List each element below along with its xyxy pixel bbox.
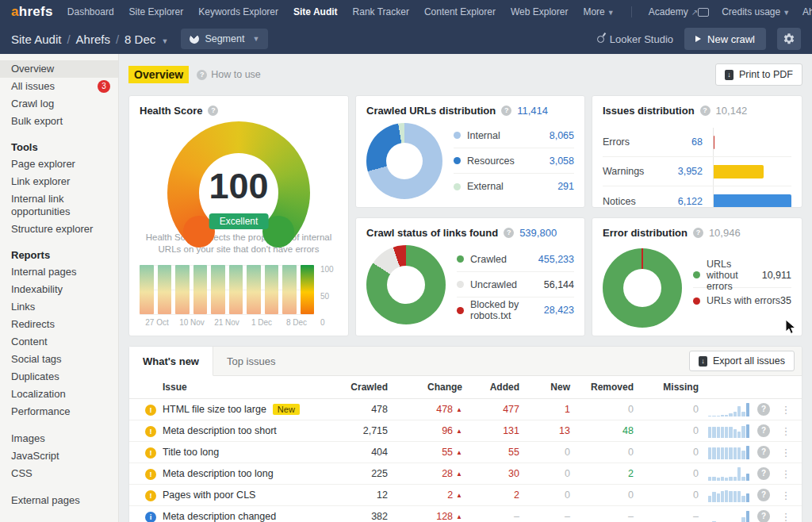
- notices-count[interactable]: 6,122: [661, 196, 703, 207]
- issue-link[interactable]: HTML file size too large: [163, 404, 266, 415]
- sidebar-item-redirects[interactable]: Redirects: [0, 316, 118, 333]
- sidebar-item-overview[interactable]: Overview: [0, 60, 118, 78]
- legend-value[interactable]: 455,233: [538, 254, 574, 265]
- breadcrumb-site-audit[interactable]: Site Audit: [11, 33, 61, 46]
- help-icon[interactable]: ?: [693, 228, 703, 238]
- row-menu-icon[interactable]: ⋮: [776, 425, 795, 437]
- sidebar-item-link-explorer[interactable]: Link explorer: [0, 173, 118, 190]
- help-icon[interactable]: ?: [757, 403, 770, 416]
- sidebar-item-duplicates[interactable]: Duplicates: [0, 368, 118, 386]
- segment-button[interactable]: Segment ▼: [181, 29, 268, 49]
- sidebar-item-external-pages[interactable]: External pages: [0, 492, 118, 509]
- nav-site-audit[interactable]: Site Audit: [293, 6, 338, 17]
- sidebar-item-indexability[interactable]: Indexability: [0, 281, 118, 298]
- print-to-pdf-button[interactable]: Print to PDF: [715, 63, 802, 86]
- sidebar-item-performance[interactable]: Performance: [0, 403, 118, 420]
- notices-bar[interactable]: [714, 194, 791, 208]
- sidebar-item-content[interactable]: Content: [0, 333, 118, 351]
- errors-bar[interactable]: [714, 136, 714, 149]
- settings-button[interactable]: [777, 28, 801, 50]
- nav-site-explorer[interactable]: Site Explorer: [129, 6, 184, 17]
- sidebar-item-links[interactable]: Links: [0, 298, 118, 316]
- col-missing[interactable]: Missing: [634, 382, 699, 393]
- sidebar-item-javascript[interactable]: JavaScript: [0, 447, 118, 465]
- col-issue[interactable]: Issue: [163, 382, 324, 393]
- row-menu-icon[interactable]: ⋮: [776, 511, 795, 522]
- crawl-date-selector[interactable]: 8 Dec ▼: [124, 33, 168, 46]
- issue-link[interactable]: Meta description changed: [163, 511, 276, 522]
- legend-dot: [454, 157, 461, 164]
- issue-link[interactable]: Title too long: [163, 447, 219, 458]
- nav-keywords-explorer[interactable]: Keywords Explorer: [198, 6, 278, 17]
- nav-more[interactable]: More▼: [583, 6, 614, 17]
- row-menu-icon[interactable]: ⋮: [776, 489, 795, 501]
- help-icon[interactable]: ?: [504, 228, 514, 238]
- col-added[interactable]: Added: [462, 382, 519, 393]
- legend-value[interactable]: 3,058: [550, 155, 574, 167]
- display-icon[interactable]: [698, 8, 709, 17]
- errors-count[interactable]: 68: [661, 136, 703, 148]
- issue-sparkline[interactable]: [708, 424, 749, 438]
- help-icon[interactable]: ?: [757, 489, 770, 501]
- legend-value[interactable]: 8,065: [550, 130, 574, 141]
- help-icon[interactable]: ?: [700, 106, 710, 116]
- issue-sparkline[interactable]: [708, 489, 749, 502]
- credits-usage-menu[interactable]: Credits usage▼: [722, 6, 790, 17]
- export-all-issues-button[interactable]: Export all issues: [689, 351, 795, 371]
- tab-whats-new[interactable]: What's new: [129, 347, 213, 376]
- sidebar-item-social-tags[interactable]: Social tags: [0, 351, 118, 368]
- issue-sparkline[interactable]: [708, 403, 749, 416]
- account-menu[interactable]: Ahrefs Enterprise▼: [802, 6, 812, 17]
- nav-academy[interactable]: Academy↗: [649, 6, 698, 17]
- help-icon[interactable]: ?: [757, 446, 770, 459]
- health-score-history-chart[interactable]: 27 Oct 10 Nov 21 Nov 1 Dec 8 Dec 100 50 …: [140, 265, 338, 327]
- crawled-urls-total[interactable]: 11,414: [517, 105, 548, 117]
- nav-content-explorer[interactable]: Content Explorer: [424, 6, 496, 17]
- looker-studio-link[interactable]: Looker Studio: [597, 33, 673, 45]
- col-change[interactable]: Change: [388, 382, 462, 393]
- crawled-urls-donut-chart[interactable]: [366, 123, 442, 199]
- issue-link[interactable]: Pages with poor CLS: [163, 489, 255, 501]
- tab-top-issues[interactable]: Top issues: [213, 347, 289, 376]
- col-removed[interactable]: Removed: [570, 382, 634, 393]
- help-icon[interactable]: ?: [757, 467, 770, 480]
- help-icon[interactable]: ?: [208, 106, 218, 116]
- nav-web-explorer[interactable]: Web Explorer: [511, 6, 568, 17]
- help-icon[interactable]: ?: [501, 106, 511, 116]
- warnings-bar[interactable]: [714, 165, 764, 178]
- issue-link[interactable]: Meta description too long: [163, 468, 274, 479]
- breadcrumb-project[interactable]: Ahrefs: [76, 33, 110, 46]
- issue-sparkline[interactable]: [708, 446, 749, 459]
- how-to-use-link[interactable]: ?How to use: [197, 69, 261, 80]
- issue-sparkline[interactable]: [708, 467, 749, 481]
- row-menu-icon[interactable]: ⋮: [776, 404, 795, 416]
- ahrefs-logo[interactable]: ahrefs: [11, 4, 53, 20]
- warnings-count[interactable]: 3,952: [661, 166, 703, 177]
- row-menu-icon[interactable]: ⋮: [776, 447, 795, 459]
- issue-link[interactable]: Meta description too short: [163, 425, 277, 436]
- sidebar-item-structure-explorer[interactable]: Structure explorer: [0, 221, 118, 238]
- sidebar-item-internal-link-opportunities[interactable]: Internal link opportunities: [0, 190, 118, 221]
- help-icon[interactable]: ?: [757, 424, 770, 437]
- row-menu-icon[interactable]: ⋮: [776, 468, 795, 480]
- col-crawled[interactable]: Crawled: [324, 382, 388, 393]
- sidebar-item-page-explorer[interactable]: Page explorer: [0, 155, 118, 173]
- error-distribution-donut-chart[interactable]: [603, 248, 682, 328]
- sidebar-item-localization[interactable]: Localization: [0, 386, 118, 403]
- sidebar-item-css[interactable]: CSS: [0, 465, 118, 482]
- col-new[interactable]: New: [519, 382, 570, 393]
- nav-rank-tracker[interactable]: Rank Tracker: [353, 6, 409, 17]
- sidebar-item-bulk-export[interactable]: Bulk export: [0, 113, 118, 130]
- legend-value[interactable]: 28,423: [544, 305, 574, 316]
- sidebar-item-crawl-log[interactable]: Crawl log: [0, 95, 118, 113]
- legend-value[interactable]: 291: [557, 181, 574, 192]
- sidebar-item-all-issues[interactable]: All issues3: [0, 78, 118, 95]
- sidebar-item-images[interactable]: Images: [0, 430, 118, 447]
- crawl-status-donut-chart[interactable]: [366, 245, 446, 324]
- sidebar-item-internal-pages[interactable]: Internal pages: [0, 263, 118, 281]
- links-found-total[interactable]: 539,800: [519, 227, 557, 239]
- nav-dashboard[interactable]: Dashboard: [67, 6, 114, 17]
- issue-sparkline[interactable]: [708, 510, 749, 522]
- new-crawl-button[interactable]: New crawl: [684, 28, 766, 50]
- help-icon[interactable]: ?: [757, 510, 770, 522]
